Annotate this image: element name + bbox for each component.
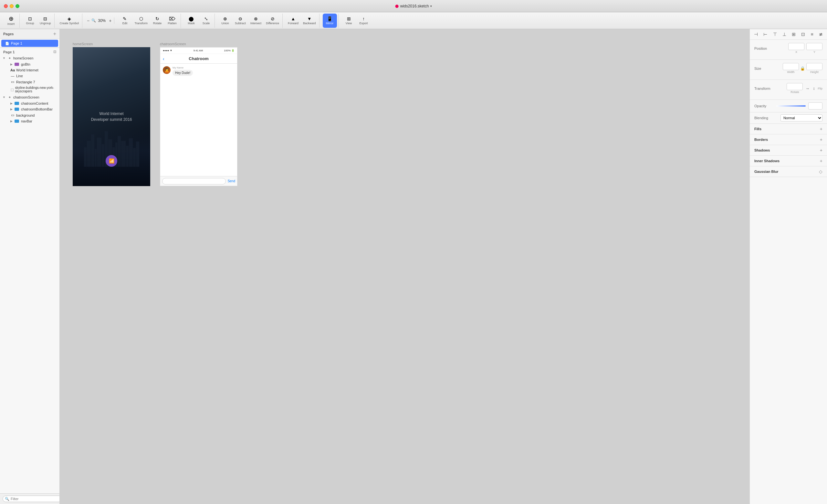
intersect-button[interactable]: ⊗ Intersect bbox=[248, 13, 263, 28]
back-button[interactable]: ‹ bbox=[163, 56, 164, 61]
collapse-arrow: ▶ bbox=[10, 63, 13, 66]
scale-button[interactable]: ⤡ Scale bbox=[199, 13, 213, 28]
fills-section-header[interactable]: Fills + bbox=[750, 124, 827, 135]
minimize-button[interactable] bbox=[10, 4, 13, 8]
layer-line[interactable]: — Line bbox=[0, 73, 59, 79]
group-button[interactable]: ⊡ Group bbox=[23, 13, 37, 28]
time-display: 9:41 AM bbox=[194, 49, 203, 52]
scale-icon: ⤡ bbox=[204, 16, 208, 21]
mirror-group: 📱 Mirror bbox=[322, 13, 339, 28]
chat-body: 🙎 My Name Hey Dude! bbox=[160, 64, 237, 176]
backward-button[interactable]: ▼ Backward bbox=[301, 13, 318, 28]
chat-send-button[interactable]: Send bbox=[228, 179, 235, 183]
ungroup-button[interactable]: ⊟ Ungroup bbox=[38, 13, 53, 28]
image-icon: ⬚ bbox=[10, 88, 13, 91]
layer-chatroomscreen[interactable]: ▼ ⚬ chatroomScreen bbox=[0, 94, 59, 100]
y-input[interactable] bbox=[806, 43, 823, 50]
inner-shadows-add-button[interactable]: + bbox=[820, 158, 823, 163]
mask-group: ⬤ Mask ⤡ Scale bbox=[183, 13, 215, 28]
flip-h-button[interactable]: ↔ bbox=[805, 86, 811, 91]
align-top-button[interactable]: ⊥ bbox=[781, 31, 787, 38]
edit-group: ✎ Edit ⬡ Transform ↻ Rotate ⌦ Flatten bbox=[116, 13, 181, 28]
borders-section-header[interactable]: Borders + bbox=[750, 135, 827, 145]
layer-skyline[interactable]: ⬚ skyline-buildings-new-york-skyscrapers bbox=[0, 85, 59, 94]
layer-world-internet[interactable]: Aa World Internet bbox=[0, 67, 59, 73]
align-bottom-button[interactable]: ⊡ bbox=[800, 31, 806, 38]
transform-button[interactable]: ⬡ Transform bbox=[133, 13, 150, 28]
flatten-icon: ⌦ bbox=[169, 16, 176, 21]
chatroom-artboard-label: chatroomScreen bbox=[160, 42, 237, 46]
alignment-toolbar: ⊣ ⊢ ⊤ ⊥ ⊞ ⊡ ≡ ≢ bbox=[750, 29, 827, 40]
fills-add-button[interactable]: + bbox=[820, 126, 823, 132]
align-center-v-button[interactable]: ⊞ bbox=[791, 31, 797, 38]
canvas-area[interactable]: homeScreen bbox=[60, 29, 749, 504]
add-page-button[interactable]: + bbox=[53, 31, 56, 37]
edit-button[interactable]: ✎ Edit bbox=[117, 13, 132, 28]
borders-add-button[interactable]: + bbox=[820, 137, 823, 142]
wifi-icon: 📶 bbox=[109, 158, 114, 163]
create-symbol-button[interactable]: ◈ Create Symbol bbox=[58, 13, 81, 28]
align-right-button[interactable]: ⊤ bbox=[772, 31, 778, 38]
current-page-label: Page 1 bbox=[3, 50, 14, 54]
position-inputs: X Y bbox=[788, 43, 823, 54]
forward-button[interactable]: ▲ Forward bbox=[286, 13, 300, 28]
sidebar-bottom: 🔍 ⊡ ✎ 0 bbox=[0, 493, 59, 504]
insert-button[interactable]: ⊕ Insert bbox=[4, 13, 18, 28]
layer-chatroom-content[interactable]: ▶ chatroomContent bbox=[0, 100, 59, 106]
chat-title: Chatroom bbox=[189, 56, 208, 61]
union-button[interactable]: ⊕ Union bbox=[218, 13, 232, 28]
x-input-wrap: X bbox=[788, 43, 805, 54]
position-row: Position X Y bbox=[754, 43, 823, 54]
inner-shadows-section-header[interactable]: Inner Shadows + bbox=[750, 156, 827, 166]
filter-search-icon: 🔍 bbox=[5, 497, 9, 501]
view-button[interactable]: ⊞ View bbox=[342, 13, 356, 28]
fills-title: Fills bbox=[754, 127, 762, 131]
y-label: Y bbox=[806, 50, 823, 54]
rotate-input[interactable] bbox=[787, 83, 803, 90]
text-icon: Aa bbox=[10, 68, 15, 72]
zoom-out-button[interactable]: − bbox=[86, 17, 91, 24]
filter-input[interactable] bbox=[3, 496, 60, 502]
opacity-input[interactable] bbox=[808, 102, 823, 109]
mask-button[interactable]: ⬤ Mask bbox=[184, 13, 198, 28]
rotate-button[interactable]: ↻ Rotate bbox=[150, 13, 164, 28]
page-item-1[interactable]: 📄 Page 1 bbox=[1, 40, 58, 47]
blending-select[interactable]: Normal bbox=[780, 114, 823, 121]
mirror-button[interactable]: 📱 Mirror bbox=[323, 13, 337, 28]
dist-v-button[interactable]: ≢ bbox=[818, 31, 824, 38]
gaussian-blur-toggle[interactable]: ◇ bbox=[819, 169, 823, 174]
chat-text-input[interactable] bbox=[162, 178, 226, 185]
dropdown-arrow: ▾ bbox=[430, 4, 432, 8]
width-input[interactable] bbox=[783, 63, 799, 70]
subtract-button[interactable]: ⊖ Subtract bbox=[233, 13, 248, 28]
flatten-button[interactable]: ⌦ Flatten bbox=[165, 13, 179, 28]
flip-v-button[interactable]: ↕ bbox=[812, 86, 816, 91]
layer-chatroom-bottombar[interactable]: ▶ chatroomBottomBar bbox=[0, 106, 59, 112]
layer-background[interactable]: ▭ background bbox=[0, 112, 59, 118]
insert-group: ⊕ Insert bbox=[3, 13, 20, 28]
chat-bubble-wrap: My Name Hey Dude! bbox=[173, 66, 193, 76]
layer-homescreen[interactable]: ▼ ⚬ homeScreen bbox=[0, 55, 59, 61]
x-input[interactable] bbox=[788, 43, 805, 50]
layer-navbar[interactable]: ▶ navBar bbox=[0, 118, 59, 124]
zoom-in-button[interactable]: + bbox=[108, 17, 113, 24]
difference-button[interactable]: ⊘ Difference bbox=[264, 13, 281, 28]
align-center-h-button[interactable]: ⊢ bbox=[763, 31, 768, 38]
export-button[interactable]: ↑ Export bbox=[357, 13, 371, 28]
close-button[interactable] bbox=[4, 4, 8, 8]
dist-h-button[interactable]: ≡ bbox=[810, 31, 814, 38]
layer-rectangle7[interactable]: ▭ Rectangle 7 bbox=[0, 79, 59, 85]
maximize-button[interactable] bbox=[15, 4, 19, 8]
opacity-label: Opacity bbox=[754, 104, 774, 108]
align-left-button[interactable]: ⊣ bbox=[753, 31, 759, 38]
message-sender: My Name bbox=[173, 66, 193, 69]
flip-buttons: ↔ ↕ bbox=[805, 86, 816, 91]
opacity-slider[interactable] bbox=[776, 105, 806, 107]
main-area: Pages + 📄 Page 1 Page 1 ⊡ ▼ ⚬ homeScreen bbox=[0, 29, 827, 504]
chat-message: 🙎 My Name Hey Dude! bbox=[163, 66, 235, 76]
height-input[interactable] bbox=[806, 63, 823, 70]
layer-gobtn[interactable]: ▶ goBtn bbox=[0, 61, 59, 67]
gaussian-blur-section-header[interactable]: Gaussian Blur ◇ bbox=[750, 166, 827, 177]
shadows-add-button[interactable]: + bbox=[820, 148, 823, 153]
shadows-section-header[interactable]: Shadows + bbox=[750, 145, 827, 156]
